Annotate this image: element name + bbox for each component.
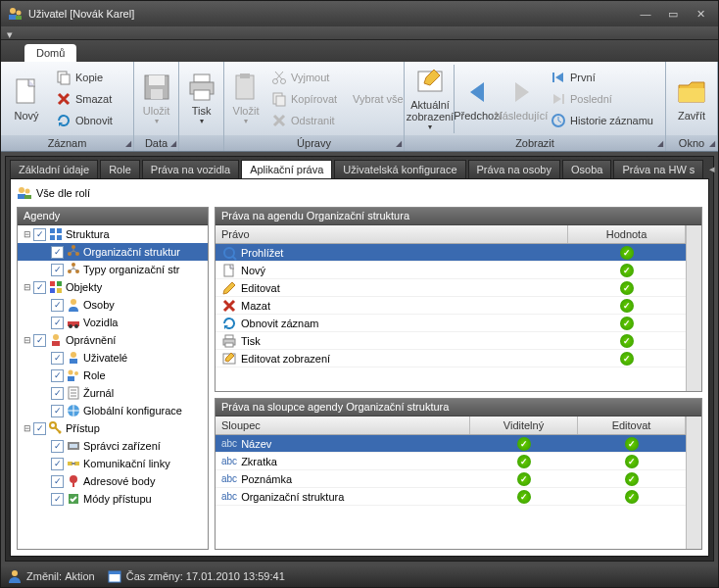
table-row[interactable]: Tisk✓	[216, 332, 686, 350]
tree-node[interactable]: ✓Typy organizační str	[18, 261, 208, 278]
copy-button[interactable]: Kopie	[52, 67, 117, 88]
ribbon-tab-home[interactable]: Domů	[24, 44, 76, 62]
check-icon: ✓	[625, 472, 639, 486]
tree-node[interactable]: ✓Osoby	[18, 296, 208, 314]
table-row[interactable]: Editovat✓	[216, 279, 686, 297]
tree-checkbox[interactable]: ✓	[51, 440, 64, 453]
first-button[interactable]: První	[547, 67, 657, 88]
delete-button[interactable]: Smazat	[52, 88, 117, 110]
check-icon: ✓	[625, 455, 639, 468]
tree-checkbox[interactable]: ✓	[33, 422, 46, 435]
selectall-button[interactable]: Vybrat vše	[349, 88, 407, 110]
detail-tab[interactable]: Práva na HW s	[613, 160, 703, 178]
currentview-button[interactable]: Aktuální zobrazení▾	[408, 64, 452, 133]
detail-tab[interactable]: Základní údaje	[10, 160, 98, 178]
detail-tab[interactable]: Aplikační práva	[241, 160, 332, 178]
tree-checkbox[interactable]: ✓	[51, 493, 64, 506]
print-button[interactable]: Tisk▾	[183, 70, 219, 127]
remove-button[interactable]: Odstranit	[267, 110, 341, 131]
tree-node[interactable]: ⊟✓Struktura	[18, 225, 208, 243]
copy-icon	[56, 70, 72, 85]
detail-tab[interactable]: Práva na osoby	[468, 160, 560, 178]
tree-node[interactable]: ✓Organizační struktur	[18, 243, 208, 261]
tree-node[interactable]: ✓Adresové body	[18, 472, 208, 490]
table-row[interactable]: abcNázev✓✓	[216, 435, 686, 453]
svg-rect-13	[236, 75, 254, 99]
new-button[interactable]: Nový	[5, 74, 48, 123]
tree-twisty[interactable]: ⊟	[22, 335, 33, 345]
tree-node[interactable]: ✓Správci zařízení	[18, 437, 208, 455]
table-row[interactable]: abcPoznámka✓✓	[216, 470, 686, 488]
table-row[interactable]: Mazat✓	[216, 297, 686, 315]
tree-node[interactable]: ⊟✓Přístup	[18, 419, 208, 437]
quickaccess-dropdown[interactable]: ▾	[7, 28, 17, 38]
tree-checkbox[interactable]: ✓	[51, 352, 64, 365]
detail-tab[interactable]: Práva na vozidla	[142, 160, 239, 178]
table-row[interactable]: Editovat zobrazení✓	[216, 350, 686, 368]
tree-checkbox[interactable]: ✓	[51, 246, 64, 259]
svg-point-47	[71, 352, 76, 358]
window-title: Uživatel [Novák Karel]	[28, 8, 134, 20]
paste-button[interactable]: Vložit▾	[228, 70, 264, 127]
tree-checkbox[interactable]: ✓	[51, 475, 64, 488]
tree-checkbox[interactable]: ✓	[51, 405, 64, 417]
tree-node[interactable]: ✓Módy přístupu	[18, 490, 208, 508]
copy2-button[interactable]: Kopírovat	[267, 88, 341, 110]
tree-twisty[interactable]: ⊟	[22, 282, 33, 292]
next-button[interactable]: Následující	[500, 74, 543, 123]
check-icon: ✓	[517, 437, 531, 451]
tree-node[interactable]: ✓Komunikační linky	[18, 455, 208, 472]
scrollbar[interactable]	[686, 225, 701, 391]
tree-node[interactable]: ✓Uživatelé	[18, 349, 208, 367]
tree-twisty[interactable]: ⊟	[22, 423, 33, 433]
panel-title: Vše dle rolí	[36, 187, 90, 199]
grid2-body[interactable]: abcNázev✓✓abcZkratka✓✓abcPoznámka✓✓abcOr…	[216, 435, 686, 549]
table-row[interactable]: Prohlížet✓	[216, 244, 686, 262]
tree-node[interactable]: ⊟✓Objekty	[18, 278, 208, 296]
detail-tab[interactable]: Role	[100, 160, 140, 178]
closewin-button[interactable]: Zavřít	[670, 74, 713, 123]
table-row[interactable]: abcOrganizační struktura✓✓	[216, 488, 686, 506]
tree-checkbox[interactable]: ✓	[51, 299, 64, 312]
tree-checkbox[interactable]: ✓	[33, 281, 46, 294]
tree-node[interactable]: ✓Vozidla	[18, 314, 208, 331]
last-button[interactable]: Poslední	[547, 88, 657, 110]
detail-tab[interactable]: Osoba	[562, 160, 611, 178]
table-row[interactable]: Obnovit záznam✓	[216, 315, 686, 332]
status-bar: Změnil: Aktion Čas změny: 17.01.2010 13:…	[1, 565, 718, 587]
refresh-button[interactable]: Obnovit	[52, 110, 117, 131]
tree-twisty[interactable]: ⊟	[22, 229, 33, 239]
tree-node[interactable]: ✓Role	[18, 367, 208, 384]
svg-point-15	[273, 78, 278, 83]
agenda-tree[interactable]: ⊟✓Struktura✓Organizační struktur✓Typy or…	[18, 225, 208, 549]
close-button[interactable]: ✕	[689, 6, 712, 22]
save-button[interactable]: Uložit▾	[138, 70, 174, 127]
tree-checkbox[interactable]: ✓	[51, 458, 64, 470]
tree-node[interactable]: ✓Žurnál	[18, 384, 208, 402]
prev-button[interactable]: Předchozí	[456, 74, 500, 123]
history-button[interactable]: Historie záznamu	[547, 110, 657, 131]
svg-point-50	[74, 371, 78, 375]
key-icon	[48, 420, 64, 436]
calendar-icon	[107, 568, 122, 584]
maximize-button[interactable]: ▭	[661, 6, 685, 22]
tree-checkbox[interactable]: ✓	[51, 317, 64, 329]
scrollbar[interactable]	[686, 416, 701, 549]
tree-node[interactable]: ✓Globální konfigurace	[18, 402, 208, 419]
tree-checkbox[interactable]: ✓	[51, 264, 64, 276]
minimize-button[interactable]: —	[634, 6, 657, 22]
tree-checkbox[interactable]: ✓	[33, 334, 46, 347]
tree-checkbox[interactable]: ✓	[33, 228, 46, 241]
tab-scroll-left[interactable]: ◂	[705, 163, 719, 175]
table-row[interactable]: Nový✓	[216, 262, 686, 279]
tree-node[interactable]: ⊟✓Oprávnění	[18, 331, 208, 349]
cut-button[interactable]: Vyjmout	[267, 67, 341, 88]
svg-rect-59	[72, 463, 75, 465]
tree-checkbox[interactable]: ✓	[51, 387, 64, 400]
tree-checkbox[interactable]: ✓	[51, 369, 64, 382]
car-icon	[66, 315, 81, 330]
detail-tab[interactable]: Uživatelská konfigurace	[334, 160, 465, 178]
check-icon: ✓	[620, 317, 634, 330]
grid1-body[interactable]: Prohlížet✓Nový✓Editovat✓Mazat✓Obnovit zá…	[216, 244, 686, 391]
table-row[interactable]: abcZkratka✓✓	[216, 453, 686, 470]
